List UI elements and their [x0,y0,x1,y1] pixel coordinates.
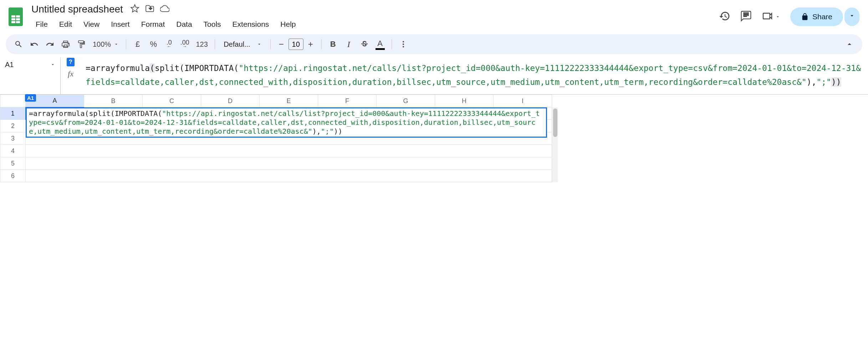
column-header-h[interactable]: H [435,95,494,107]
zoom-select[interactable]: 100% [90,40,122,49]
cloud-status-icon[interactable] [160,4,169,15]
share-label: Share [812,12,832,21]
name-box[interactable]: A1 [0,58,61,94]
row-header-3[interactable]: 3 [0,132,26,145]
menu-insert[interactable]: Insert [106,18,135,31]
row-header-1[interactable]: 1 [0,107,26,120]
menu-format[interactable]: Format [136,18,170,31]
menu-file[interactable]: File [31,18,53,31]
column-header-b[interactable]: B [84,95,143,107]
toolbar: 100% £ % .0← .00→ 123 Defaul... − + B I … [6,34,862,54]
strikethrough-button[interactable] [357,37,372,51]
active-cell-editor[interactable]: =arrayformula(split(IMPORTDATA("https://… [26,107,547,138]
collapse-toolbar-icon[interactable] [842,37,857,51]
chevron-down-icon [849,12,855,19]
chevron-down-icon [50,62,55,67]
meet-icon[interactable] [762,10,773,23]
star-icon[interactable] [130,4,139,15]
font-size-input[interactable] [289,39,303,50]
svg-point-2 [403,41,404,42]
row-header-2[interactable]: 2 [0,120,26,132]
row-header-4[interactable]: 4 [0,145,26,157]
decrease-decimal-button[interactable]: .0← [162,37,176,51]
formula-bar: A1 ? fx =arrayformula(split(IMPORTDATA("… [0,58,868,95]
row-header-5[interactable]: 5 [0,157,26,170]
column-header-d[interactable]: D [201,95,260,107]
active-cell-badge: A1 [25,94,36,102]
search-menus-icon[interactable] [11,37,26,51]
scrollbar-thumb[interactable] [553,108,557,137]
menu-view[interactable]: View [78,18,104,31]
svg-point-3 [403,44,404,45]
app-header: Untitled spreadsheet File Edit View Inse… [0,0,868,31]
undo-icon[interactable] [27,37,41,51]
menu-edit[interactable]: Edit [54,18,77,31]
spreadsheet-grid[interactable]: A1 A B C D E F G H I 1 2 3 4 5 6 =arrayf… [0,95,868,182]
font-name: Defaul... [224,40,250,49]
percent-button[interactable]: % [146,37,160,51]
paint-format-icon[interactable] [74,37,88,51]
text-color-button[interactable]: A [373,37,387,51]
menu-bar: File Edit View Insert Format Data Tools … [29,16,716,31]
more-toolbar-icon[interactable] [396,37,410,51]
menu-tools[interactable]: Tools [199,18,226,31]
history-icon[interactable] [719,10,730,23]
column-header-a[interactable]: A1 A [26,95,84,107]
formula-input[interactable]: =arrayformula(split(IMPORTDATA("https://… [84,58,868,94]
fx-icon: fx [68,69,73,78]
document-title[interactable]: Untitled spreadsheet [29,3,126,16]
redo-icon[interactable] [43,37,57,51]
row-header-6[interactable]: 6 [0,170,26,182]
zoom-value: 100% [93,40,111,49]
currency-pound-button[interactable]: £ [131,37,145,51]
decrease-font-size-button[interactable]: − [275,38,288,51]
menu-help[interactable]: Help [275,18,301,31]
column-header-e[interactable]: E [260,95,318,107]
menu-data[interactable]: Data [171,18,197,31]
comments-icon[interactable] [740,10,752,23]
lock-icon [801,13,809,21]
print-icon[interactable] [58,37,73,51]
share-button[interactable]: Share [790,7,843,26]
column-header-g[interactable]: G [377,95,435,107]
column-header-i[interactable]: I [494,95,552,107]
name-box-value: A1 [5,61,14,69]
chevron-down-icon[interactable] [775,14,780,19]
move-icon[interactable] [145,4,154,15]
sheets-logo[interactable] [6,7,26,27]
svg-point-4 [403,46,404,47]
chevron-down-icon [114,42,119,47]
vertical-scrollbar[interactable] [552,107,558,182]
increase-font-size-button[interactable]: + [304,38,317,51]
font-select[interactable]: Defaul... [219,40,266,49]
column-header-f[interactable]: F [318,95,377,107]
column-header-c[interactable]: C [143,95,201,107]
chevron-down-icon [257,42,262,47]
share-dropdown[interactable] [844,7,859,26]
select-all-corner[interactable] [0,95,26,107]
number-format-button[interactable]: 123 [193,37,210,51]
formula-help-badge[interactable]: ? [67,58,75,66]
increase-decimal-button[interactable]: .00→ [178,37,192,51]
italic-button[interactable]: I [342,37,356,51]
menu-extensions[interactable]: Extensions [228,18,274,31]
bold-button[interactable]: B [326,37,340,51]
